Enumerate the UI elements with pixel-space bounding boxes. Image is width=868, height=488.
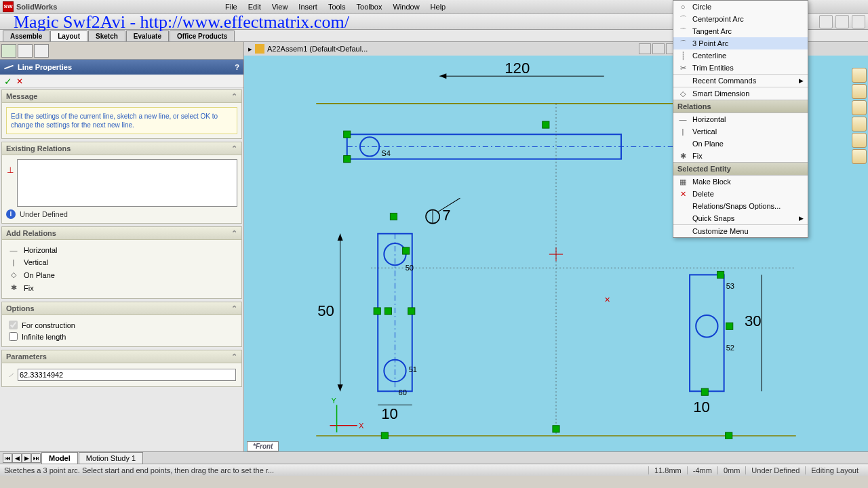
config-tab[interactable]: [34, 44, 49, 58]
tab-assemble[interactable]: Assemble: [3, 30, 50, 41]
options-header[interactable]: Options⌃: [2, 302, 241, 315]
submenu-arrow-icon: ▶: [799, 215, 804, 222]
menu-view[interactable]: View: [267, 1, 294, 12]
menu-bar: File Edit View Insert Tools Toolbox Wind…: [217, 0, 467, 14]
ctx-delete[interactable]: ✕Delete: [673, 188, 808, 200]
svg-text:60: 60: [399, 388, 407, 396]
tab-motion-study[interactable]: Motion Study 1: [79, 452, 143, 464]
ctx-centerpoint-arc[interactable]: ⌒Centerpoint Arc: [673, 13, 808, 25]
centerline-icon: ┊: [677, 50, 688, 61]
svg-point-45: [696, 315, 717, 337]
line-icon: [4, 65, 14, 70]
ctx-trim-entities[interactable]: ✂Trim Entities: [673, 62, 808, 74]
property-header: Line Properties ?: [0, 60, 243, 75]
toolbar-btn-2[interactable]: [835, 15, 849, 28]
for-construction-checkbox[interactable]: [9, 321, 18, 329]
property-title: Line Properties: [18, 63, 72, 71]
ctx-quick-snaps[interactable]: Quick Snaps▶: [673, 212, 808, 224]
ctx-centerline[interactable]: ┊Centerline: [673, 49, 808, 62]
ctx-rel-fix[interactable]: ✱Fix: [673, 150, 808, 162]
trim-icon: ✂: [677, 62, 688, 73]
svg-marker-24: [338, 384, 343, 391]
svg-rect-13: [344, 131, 351, 138]
decal-button[interactable]: [852, 100, 867, 115]
svg-rect-33: [384, 308, 391, 314]
vertical-icon: |: [9, 258, 18, 266]
relations-listbox[interactable]: ⊥: [17, 159, 237, 207]
status-coord-y: -4mm: [687, 466, 717, 474]
svg-rect-15: [542, 121, 549, 128]
tab-office-products[interactable]: Office Products: [170, 30, 235, 41]
ctx-circle[interactable]: ○Circle: [673, 1, 808, 13]
svg-rect-32: [374, 308, 380, 314]
relation-horizontal[interactable]: —Horizontal: [6, 244, 237, 256]
tab-sketch[interactable]: Sketch: [88, 30, 125, 41]
assembly-icon: [255, 44, 264, 54]
tab-first[interactable]: ⏮: [3, 453, 12, 463]
expand-tree-icon[interactable]: ▸: [248, 45, 252, 54]
menu-window[interactable]: Window: [387, 1, 425, 12]
ctx-rel-horizontal[interactable]: —Horizontal: [673, 113, 808, 125]
add-relations-header[interactable]: Add Relations⌃: [2, 227, 241, 240]
menu-insert[interactable]: Insert: [293, 1, 323, 12]
ok-button[interactable]: ✓: [4, 76, 12, 87]
menu-tools[interactable]: Tools: [323, 1, 351, 12]
menu-file[interactable]: File: [220, 1, 243, 12]
status-bar: Sketches a 3 point arc. Select start and…: [0, 464, 868, 476]
relation-on-plane[interactable]: ◇On Plane: [6, 268, 237, 281]
info-icon: i: [6, 209, 16, 219]
message-header[interactable]: Message⌃: [2, 90, 241, 103]
tab-last[interactable]: ⏭: [31, 453, 41, 463]
menu-edit[interactable]: Edit: [243, 1, 267, 12]
cancel-button[interactable]: ✕: [16, 77, 23, 86]
document-name[interactable]: A22Assem1 (Default<Defaul...: [267, 45, 368, 53]
tab-evaluate[interactable]: Evaluate: [126, 30, 169, 41]
svg-text:X: X: [359, 422, 364, 430]
feature-tree-tab[interactable]: [1, 44, 16, 58]
tab-prev[interactable]: ◀: [12, 453, 22, 463]
tab-next[interactable]: ▶: [22, 453, 31, 463]
centerpoint-arc-icon: ⌒: [677, 14, 688, 24]
infinite-length-checkbox[interactable]: [9, 332, 18, 341]
three-point-arc-icon: ⌒: [677, 38, 688, 49]
menu-help[interactable]: Help: [425, 1, 452, 12]
vertical-icon: |: [677, 126, 688, 137]
appearance-button[interactable]: [852, 84, 867, 99]
menu-toolbox[interactable]: Toolbox: [351, 1, 388, 12]
ctx-recent-commands[interactable]: Recent Commands▶: [673, 75, 808, 87]
ctx-customize-menu[interactable]: Customize Menu: [673, 225, 808, 237]
help-button[interactable]: ?: [235, 63, 239, 71]
tab-model[interactable]: Model: [41, 452, 78, 464]
ctx-make-block[interactable]: ▦Make Block: [673, 176, 808, 188]
parameters-header[interactable]: Parameters⌃: [2, 350, 241, 363]
zoom-fit-button[interactable]: [639, 43, 651, 54]
ctx-tangent-arc[interactable]: ⌒Tangent Arc: [673, 25, 808, 37]
scene-button[interactable]: [852, 117, 867, 131]
svg-rect-53: [701, 388, 708, 395]
ctx-rel-on-plane[interactable]: On Plane: [673, 138, 808, 150]
toolbar-btn-3[interactable]: [852, 15, 865, 28]
status-definition: Under Defined: [745, 466, 805, 474]
existing-relations-header[interactable]: Existing Relations⌃: [2, 142, 241, 155]
svg-rect-52: [726, 323, 733, 329]
svg-text:Y: Y: [331, 396, 336, 405]
light-button[interactable]: [852, 133, 867, 148]
property-tab[interactable]: [18, 44, 33, 58]
status-hint: Sketches a 3 point arc. Select start and…: [4, 466, 648, 474]
parameters-panel: Parameters⌃ ⟋: [1, 350, 242, 387]
block-icon: ▦: [677, 176, 688, 187]
tab-layout[interactable]: Layout: [50, 30, 87, 41]
ctx-smart-dimension[interactable]: ◇Smart Dimension: [673, 87, 808, 100]
view-name-tab[interactable]: *Front: [247, 441, 279, 451]
ctx-snap-options[interactable]: Relations/Snaps Options...: [673, 200, 808, 212]
ctx-3-point-arc[interactable]: ⌒3 Point Arc: [673, 37, 808, 49]
toolbar-btn-1[interactable]: [819, 15, 833, 28]
extra-button[interactable]: [852, 149, 867, 164]
relation-vertical[interactable]: |Vertical: [6, 256, 237, 268]
parameter-input[interactable]: [18, 369, 236, 381]
relation-fix[interactable]: ✱Fix: [6, 281, 237, 294]
ctx-rel-vertical[interactable]: |Vertical: [673, 125, 808, 138]
zoom-area-button[interactable]: [652, 43, 665, 54]
message-text: Edit the settings of the current line, s…: [6, 107, 237, 134]
home-button[interactable]: [852, 68, 867, 83]
